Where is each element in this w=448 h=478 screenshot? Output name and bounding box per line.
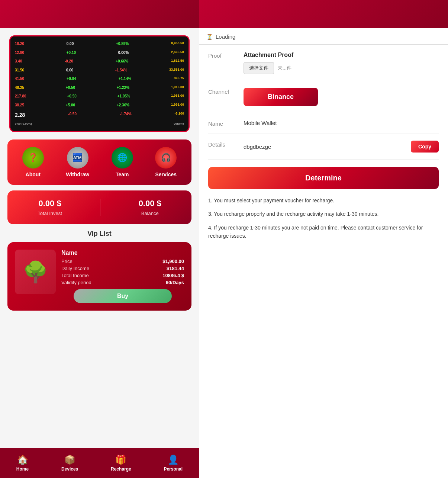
file-name: 未...件 <box>278 65 291 71</box>
stock-val: 31.56 <box>15 68 24 73</box>
stock-display: 18.20 0.00 +0.89% 8,958.50 12.80 +0.10 0… <box>10 36 188 131</box>
stock-val: +2.36% <box>117 103 129 108</box>
stock-image-container: 18.20 0.00 +0.89% 8,958.50 12.80 +0.10 0… <box>9 35 190 132</box>
recharge-label: Recharge <box>111 466 131 472</box>
name-label: Name <box>208 120 238 127</box>
form-content: Proof Attachment Proof 选择文件 未...件 Channe… <box>199 45 448 478</box>
stock-val: 33,588.00 <box>169 68 184 73</box>
nav-recharge[interactable]: 🎁 Recharge <box>111 455 131 472</box>
withdraw-label: Withdraw <box>66 171 89 177</box>
file-choose-button[interactable]: 选择文件 <box>244 62 274 74</box>
attachment-title: Attachment Proof <box>244 52 439 58</box>
stock-val: +1.22% <box>117 85 129 90</box>
stock-val: 1,812.50 <box>171 59 184 64</box>
stock-val: -0.50 <box>68 112 77 118</box>
top-bar-right <box>199 0 448 28</box>
stock-val: +0.50 <box>66 85 75 90</box>
devices-label: Devices <box>61 466 78 472</box>
loading-area: ⏳ Loading <box>199 28 448 45</box>
home-icon: 🏠 <box>17 455 28 465</box>
stock-val: 41.50 <box>15 76 24 81</box>
channel-field: Binance <box>244 88 439 106</box>
stock-val: 18.20 <box>15 41 24 46</box>
right-panel: ⏳ Loading Proof Attachment Proof 选择文件 未.… <box>199 0 448 478</box>
stock-val: 12.80 <box>15 50 24 55</box>
channel-row: Channel Binance <box>208 81 439 113</box>
vip-list-title: Vip List <box>0 230 199 238</box>
stat-divider <box>100 199 100 216</box>
details-label: Details <box>208 141 238 148</box>
stock-price: 2.28 <box>15 112 25 118</box>
stock-val: 8,958.50 <box>171 41 184 46</box>
stock-val: +1.05% <box>117 94 130 99</box>
top-bar-left <box>0 0 199 28</box>
determine-button[interactable]: Determine <box>208 167 439 189</box>
total-label: Total Income <box>61 273 89 278</box>
home-label: Home <box>16 466 29 472</box>
validity-label: Validity period <box>61 280 91 285</box>
total-invest-stat: 0.00 $ Total Invest <box>38 199 62 216</box>
stock-val: 48.25 <box>15 85 24 90</box>
stock-val: 0.00% <box>118 50 129 55</box>
balance-stat: 0.00 $ Balance <box>139 199 161 216</box>
nav-devices[interactable]: 📦 Devices <box>61 455 78 472</box>
balance-label: Balance <box>141 211 159 216</box>
personal-icon: 👤 <box>168 455 179 465</box>
bottom-nav: 🏠 Home 📦 Devices 🎁 Recharge 👤 Personal <box>0 448 199 478</box>
daily-label: Daily Income <box>61 266 89 271</box>
price-value: $1,900.00 <box>162 259 184 264</box>
recharge-icon: 🎁 <box>115 455 126 465</box>
services-label: Services <box>155 171 177 177</box>
nav-home[interactable]: 🏠 Home <box>16 455 29 472</box>
withdraw-icon: 🏧 <box>67 147 88 169</box>
price-label: Price <box>61 259 72 264</box>
name-value: Mobile Wallet <box>244 120 277 126</box>
services-action[interactable]: 🎧 Services <box>155 147 177 177</box>
total-invest-label: Total Invest <box>38 211 62 216</box>
stock-val: +1.14% <box>119 76 131 81</box>
copy-button[interactable]: Copy <box>411 141 439 153</box>
stock-price-detail: 0.00 (0.00%) <box>15 122 32 126</box>
loading-text: Loading <box>216 33 235 40</box>
stock-val: 2,695.50 <box>171 50 184 55</box>
about-label: About <box>26 171 41 177</box>
channel-button[interactable]: Binance <box>244 88 318 106</box>
details-field: dbgdbezge Copy <box>244 141 439 153</box>
about-action[interactable]: ❓ About <box>22 147 44 177</box>
services-icon: 🎧 <box>155 147 177 169</box>
about-icon: ❓ <box>22 147 44 169</box>
channel-label: Channel <box>208 88 238 95</box>
details-value: dbgdbezge <box>244 144 405 150</box>
team-action[interactable]: 🌐 Team <box>112 147 133 177</box>
proof-row: Proof Attachment Proof 选择文件 未...件 <box>208 45 439 81</box>
left-panel: 18.20 0.00 +0.89% 8,958.50 12.80 +0.10 0… <box>0 0 199 478</box>
withdraw-action[interactable]: 🏧 Withdraw <box>66 147 89 177</box>
stock-val: +0.66% <box>116 59 128 64</box>
team-icon: 🌐 <box>112 147 133 169</box>
instruction-2: 3. You recharge properly and the recharg… <box>208 210 439 218</box>
proof-label: Proof <box>208 52 238 59</box>
instruction-1: 1. You must select your payment voucher … <box>208 196 439 205</box>
product-card: 🌳 Name Price $1,900.00 Daily Income $181… <box>7 242 191 311</box>
quick-actions: ❓ About 🏧 Withdraw 🌐 Team 🎧 Services <box>7 139 191 185</box>
stats-card: 0.00 $ Total Invest 0.00 $ Balance <box>7 190 191 224</box>
total-invest-value: 0.00 $ <box>38 199 61 208</box>
stock-val: 1,916.00 <box>171 85 184 90</box>
team-label: Team <box>116 171 129 177</box>
stock-volume-label: Volume <box>174 122 184 126</box>
validity-value: 60/Days <box>166 280 184 285</box>
product-price-row: Price $1,900.00 <box>61 259 184 264</box>
product-name: Name <box>61 250 184 256</box>
tree-icon: 🌳 <box>23 260 48 284</box>
stock-val: -6,100 <box>174 112 184 118</box>
stock-val: +0.10 <box>67 50 76 55</box>
stock-val: +5.00 <box>66 103 75 108</box>
stock-val: 1,991.00 <box>171 103 184 108</box>
buy-button[interactable]: Buy <box>74 289 172 303</box>
stock-val: +0.50 <box>67 94 77 99</box>
details-row: Details dbgdbezge Copy <box>208 134 439 160</box>
product-total-row: Total Income 10886.4 $ <box>61 273 184 278</box>
nav-personal[interactable]: 👤 Personal <box>164 455 183 472</box>
stock-val: 0.00 <box>66 68 73 73</box>
loading-icon: ⏳ <box>206 34 213 40</box>
